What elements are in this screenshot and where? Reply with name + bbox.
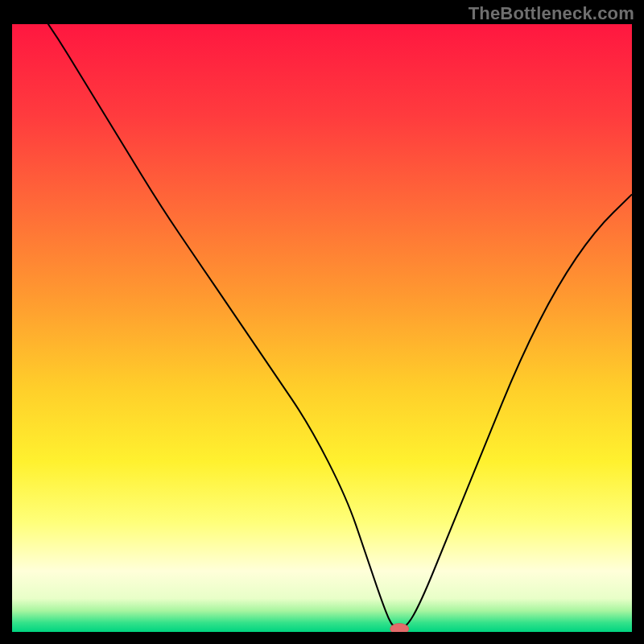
optimal-marker [390,623,409,632]
chart-frame: TheBottleneck.com [0,0,644,644]
watermark-text: TheBottleneck.com [469,3,634,24]
bottleneck-chart [12,24,632,632]
